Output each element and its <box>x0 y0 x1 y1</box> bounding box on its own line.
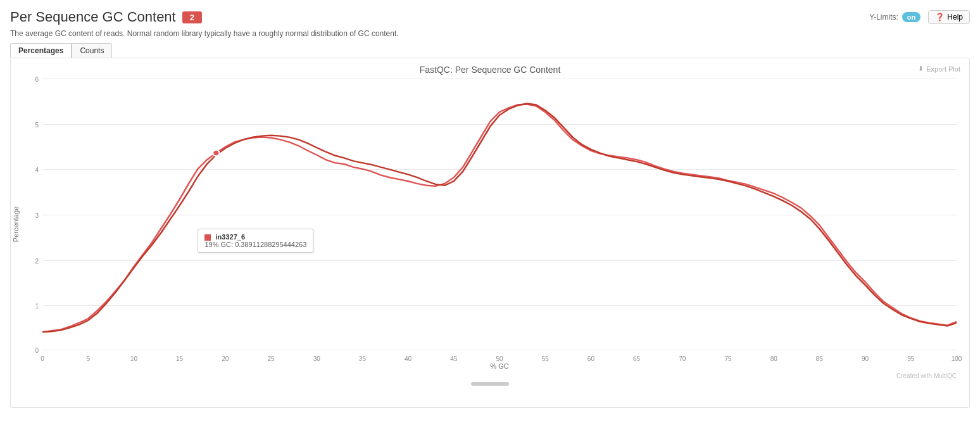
gc-line-2 <box>42 104 957 333</box>
x-tick: 40 <box>405 355 411 362</box>
x-tick: 60 <box>587 355 594 362</box>
header-controls: Y-Limits: on ❓ Help <box>869 10 970 24</box>
x-tick: 85 <box>816 355 823 362</box>
x-axis-label: % GC <box>42 362 957 370</box>
export-label: Export Plot <box>926 65 960 73</box>
x-tick: 0 <box>41 355 44 362</box>
x-tick: 55 <box>542 355 549 362</box>
chart-area: Percentage 6 5 4 3 2 1 0 0 5 10 15 20 25… <box>17 79 963 370</box>
x-tick: 25 <box>267 355 274 362</box>
export-plot-button[interactable]: ⬇ Export Plot <box>918 65 960 73</box>
help-label: Help <box>947 13 963 22</box>
y-axis-label: Percentage <box>12 206 20 242</box>
subtitle: The average GC content of reads. Normal … <box>10 29 970 38</box>
chart-inner: 6 5 4 3 2 1 0 0 5 10 15 20 25 30 35 40 4… <box>42 79 957 351</box>
title-area: Per Sequence GC Content 2 <box>10 9 202 25</box>
x-tick: 65 <box>633 355 640 362</box>
x-tick: 15 <box>176 355 183 362</box>
multiqc-footer: Created with MultiQC <box>17 370 963 379</box>
x-tick: 90 <box>862 355 869 362</box>
x-tick: 45 <box>450 355 457 362</box>
x-tick: 75 <box>724 355 731 362</box>
main-page: Per Sequence GC Content 2 Y-Limits: on ❓… <box>0 0 980 414</box>
ylimits-label: Y-Limits: <box>869 13 898 22</box>
x-tick: 70 <box>679 355 686 362</box>
x-tick: 35 <box>359 355 366 362</box>
grid-line: 0 <box>42 350 957 350</box>
x-tick: 80 <box>770 355 777 362</box>
x-tick: 50 <box>496 355 503 362</box>
help-button[interactable]: ❓ Help <box>928 10 970 24</box>
tab-percentages[interactable]: Percentages <box>10 43 72 58</box>
page-title: Per Sequence GC Content <box>10 9 176 25</box>
ylimits-control: Y-Limits: on <box>869 12 920 22</box>
gc-line-1 <box>42 105 957 333</box>
warning-badge: 2 <box>182 11 202 23</box>
chart-svg <box>42 79 957 335</box>
chart-title: FastQC: Per Sequence GC Content <box>17 65 963 75</box>
question-icon: ❓ <box>935 13 945 22</box>
x-tick: 30 <box>313 355 320 362</box>
header-row: Per Sequence GC Content 2 Y-Limits: on ❓… <box>10 9 970 25</box>
x-tick: 20 <box>222 355 229 362</box>
tab-row: Percentages Counts <box>10 43 970 58</box>
hover-dot <box>213 150 219 156</box>
scrollbar-area <box>17 379 963 388</box>
tab-counts[interactable]: Counts <box>72 43 112 58</box>
x-tick: 5 <box>86 355 90 362</box>
x-tick: 100 <box>952 355 962 362</box>
chart-container: FastQC: Per Sequence GC Content ⬇ Export… <box>10 58 970 408</box>
ylimits-toggle[interactable]: on <box>902 12 920 22</box>
download-icon: ⬇ <box>918 65 924 73</box>
x-tick: 10 <box>130 355 137 362</box>
x-tick: 95 <box>907 355 914 362</box>
scrollbar-thumb[interactable] <box>471 382 509 386</box>
